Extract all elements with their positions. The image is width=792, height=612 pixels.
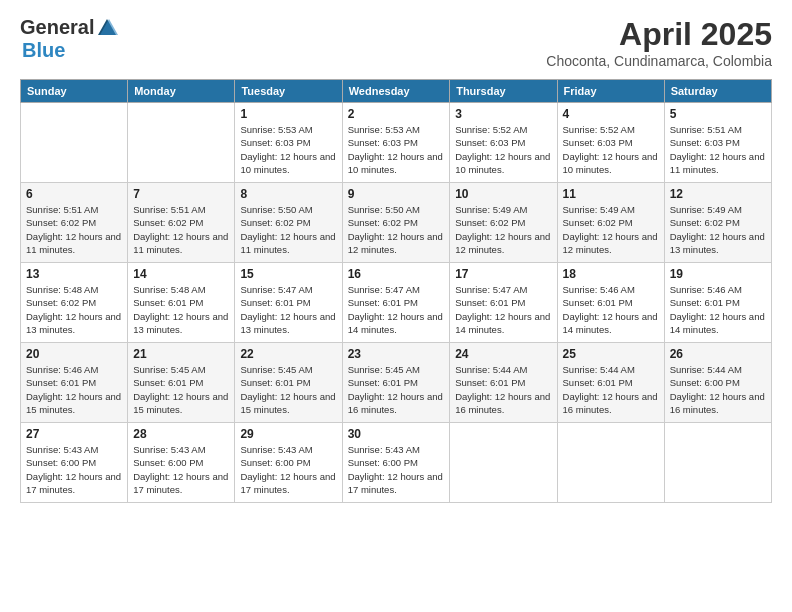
day-info: Sunrise: 5:51 AMSunset: 6:02 PMDaylight:… (133, 203, 229, 256)
day-info: Sunrise: 5:48 AMSunset: 6:01 PMDaylight:… (133, 283, 229, 336)
day-number: 4 (563, 107, 659, 121)
days-header-row: SundayMondayTuesdayWednesdayThursdayFrid… (21, 80, 772, 103)
calendar-cell: 6Sunrise: 5:51 AMSunset: 6:02 PMDaylight… (21, 183, 128, 263)
day-info: Sunrise: 5:46 AMSunset: 6:01 PMDaylight:… (670, 283, 766, 336)
day-info: Sunrise: 5:50 AMSunset: 6:02 PMDaylight:… (240, 203, 336, 256)
day-number: 3 (455, 107, 551, 121)
day-of-week-header: Thursday (450, 80, 557, 103)
day-number: 25 (563, 347, 659, 361)
calendar-cell: 2Sunrise: 5:53 AMSunset: 6:03 PMDaylight… (342, 103, 450, 183)
calendar-cell: 5Sunrise: 5:51 AMSunset: 6:03 PMDaylight… (664, 103, 771, 183)
day-info: Sunrise: 5:53 AMSunset: 6:03 PMDaylight:… (240, 123, 336, 176)
logo-text: General (20, 16, 118, 39)
calendar-cell: 30Sunrise: 5:43 AMSunset: 6:00 PMDayligh… (342, 423, 450, 503)
day-info: Sunrise: 5:47 AMSunset: 6:01 PMDaylight:… (348, 283, 445, 336)
day-number: 6 (26, 187, 122, 201)
calendar-cell: 12Sunrise: 5:49 AMSunset: 6:02 PMDayligh… (664, 183, 771, 263)
calendar-cell: 28Sunrise: 5:43 AMSunset: 6:00 PMDayligh… (128, 423, 235, 503)
day-number: 2 (348, 107, 445, 121)
calendar-cell: 21Sunrise: 5:45 AMSunset: 6:01 PMDayligh… (128, 343, 235, 423)
day-of-week-header: Friday (557, 80, 664, 103)
day-of-week-header: Monday (128, 80, 235, 103)
day-number: 27 (26, 427, 122, 441)
day-number: 26 (670, 347, 766, 361)
day-info: Sunrise: 5:52 AMSunset: 6:03 PMDaylight:… (455, 123, 551, 176)
calendar-table: SundayMondayTuesdayWednesdayThursdayFrid… (20, 79, 772, 503)
day-number: 14 (133, 267, 229, 281)
day-number: 9 (348, 187, 445, 201)
day-info: Sunrise: 5:43 AMSunset: 6:00 PMDaylight:… (26, 443, 122, 496)
day-info: Sunrise: 5:49 AMSunset: 6:02 PMDaylight:… (670, 203, 766, 256)
day-info: Sunrise: 5:44 AMSunset: 6:01 PMDaylight:… (455, 363, 551, 416)
day-info: Sunrise: 5:45 AMSunset: 6:01 PMDaylight:… (133, 363, 229, 416)
logo-blue-text: Blue (22, 39, 65, 62)
day-number: 7 (133, 187, 229, 201)
title-block: April 2025 Choconta, Cundinamarca, Colom… (546, 16, 772, 69)
calendar-cell: 9Sunrise: 5:50 AMSunset: 6:02 PMDaylight… (342, 183, 450, 263)
day-info: Sunrise: 5:44 AMSunset: 6:01 PMDaylight:… (563, 363, 659, 416)
calendar-cell: 27Sunrise: 5:43 AMSunset: 6:00 PMDayligh… (21, 423, 128, 503)
calendar-week-row: 20Sunrise: 5:46 AMSunset: 6:01 PMDayligh… (21, 343, 772, 423)
calendar-cell: 24Sunrise: 5:44 AMSunset: 6:01 PMDayligh… (450, 343, 557, 423)
calendar-cell: 15Sunrise: 5:47 AMSunset: 6:01 PMDayligh… (235, 263, 342, 343)
calendar-cell: 17Sunrise: 5:47 AMSunset: 6:01 PMDayligh… (450, 263, 557, 343)
calendar-cell (664, 423, 771, 503)
day-number: 10 (455, 187, 551, 201)
day-info: Sunrise: 5:43 AMSunset: 6:00 PMDaylight:… (240, 443, 336, 496)
calendar-cell: 14Sunrise: 5:48 AMSunset: 6:01 PMDayligh… (128, 263, 235, 343)
calendar-cell: 22Sunrise: 5:45 AMSunset: 6:01 PMDayligh… (235, 343, 342, 423)
calendar-page: General Blue April 2025 Choconta, Cundin… (0, 0, 792, 612)
day-info: Sunrise: 5:51 AMSunset: 6:02 PMDaylight:… (26, 203, 122, 256)
day-number: 18 (563, 267, 659, 281)
day-number: 11 (563, 187, 659, 201)
calendar-week-row: 27Sunrise: 5:43 AMSunset: 6:00 PMDayligh… (21, 423, 772, 503)
day-info: Sunrise: 5:45 AMSunset: 6:01 PMDaylight:… (240, 363, 336, 416)
day-info: Sunrise: 5:47 AMSunset: 6:01 PMDaylight:… (455, 283, 551, 336)
calendar-cell: 4Sunrise: 5:52 AMSunset: 6:03 PMDaylight… (557, 103, 664, 183)
calendar-cell (557, 423, 664, 503)
day-number: 21 (133, 347, 229, 361)
calendar-cell: 26Sunrise: 5:44 AMSunset: 6:00 PMDayligh… (664, 343, 771, 423)
calendar-cell: 11Sunrise: 5:49 AMSunset: 6:02 PMDayligh… (557, 183, 664, 263)
calendar-cell: 16Sunrise: 5:47 AMSunset: 6:01 PMDayligh… (342, 263, 450, 343)
day-of-week-header: Wednesday (342, 80, 450, 103)
day-number: 29 (240, 427, 336, 441)
day-number: 1 (240, 107, 336, 121)
logo-icon (96, 17, 118, 39)
day-info: Sunrise: 5:44 AMSunset: 6:00 PMDaylight:… (670, 363, 766, 416)
day-number: 13 (26, 267, 122, 281)
day-info: Sunrise: 5:53 AMSunset: 6:03 PMDaylight:… (348, 123, 445, 176)
header: General Blue April 2025 Choconta, Cundin… (20, 16, 772, 69)
day-info: Sunrise: 5:46 AMSunset: 6:01 PMDaylight:… (26, 363, 122, 416)
day-info: Sunrise: 5:48 AMSunset: 6:02 PMDaylight:… (26, 283, 122, 336)
day-number: 8 (240, 187, 336, 201)
calendar-cell: 7Sunrise: 5:51 AMSunset: 6:02 PMDaylight… (128, 183, 235, 263)
day-number: 24 (455, 347, 551, 361)
day-of-week-header: Tuesday (235, 80, 342, 103)
calendar-cell: 25Sunrise: 5:44 AMSunset: 6:01 PMDayligh… (557, 343, 664, 423)
calendar-cell (128, 103, 235, 183)
day-number: 19 (670, 267, 766, 281)
calendar-cell (21, 103, 128, 183)
calendar-week-row: 1Sunrise: 5:53 AMSunset: 6:03 PMDaylight… (21, 103, 772, 183)
day-number: 20 (26, 347, 122, 361)
day-info: Sunrise: 5:46 AMSunset: 6:01 PMDaylight:… (563, 283, 659, 336)
day-info: Sunrise: 5:49 AMSunset: 6:02 PMDaylight:… (455, 203, 551, 256)
day-info: Sunrise: 5:43 AMSunset: 6:00 PMDaylight:… (348, 443, 445, 496)
calendar-cell: 18Sunrise: 5:46 AMSunset: 6:01 PMDayligh… (557, 263, 664, 343)
day-info: Sunrise: 5:52 AMSunset: 6:03 PMDaylight:… (563, 123, 659, 176)
day-number: 15 (240, 267, 336, 281)
month-title: April 2025 (546, 16, 772, 53)
day-number: 30 (348, 427, 445, 441)
day-info: Sunrise: 5:51 AMSunset: 6:03 PMDaylight:… (670, 123, 766, 176)
day-info: Sunrise: 5:47 AMSunset: 6:01 PMDaylight:… (240, 283, 336, 336)
day-number: 22 (240, 347, 336, 361)
calendar-cell: 29Sunrise: 5:43 AMSunset: 6:00 PMDayligh… (235, 423, 342, 503)
calendar-cell: 8Sunrise: 5:50 AMSunset: 6:02 PMDaylight… (235, 183, 342, 263)
calendar-cell: 19Sunrise: 5:46 AMSunset: 6:01 PMDayligh… (664, 263, 771, 343)
day-number: 28 (133, 427, 229, 441)
day-of-week-header: Sunday (21, 80, 128, 103)
day-number: 5 (670, 107, 766, 121)
day-info: Sunrise: 5:49 AMSunset: 6:02 PMDaylight:… (563, 203, 659, 256)
calendar-cell: 3Sunrise: 5:52 AMSunset: 6:03 PMDaylight… (450, 103, 557, 183)
